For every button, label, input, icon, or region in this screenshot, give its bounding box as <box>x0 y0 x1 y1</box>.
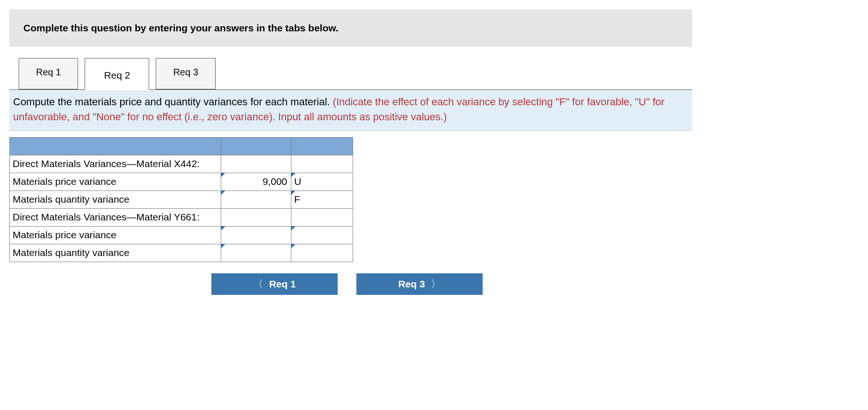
table-header-row <box>10 137 353 155</box>
chevron-left-icon: 〈 <box>253 277 263 291</box>
header-cell-label <box>10 137 221 155</box>
table-row: Direct Materials Variances—Material X442… <box>10 155 353 173</box>
next-button[interactable]: Req 3 〉 <box>356 273 483 295</box>
tab-label: Req 1 <box>36 67 61 77</box>
prompt-panel: Compute the materials price and quantity… <box>9 89 692 131</box>
table-row: Direct Materials Variances—Material Y661… <box>10 208 353 226</box>
quantity-variance-input[interactable] <box>221 244 291 262</box>
tab-label: Req 3 <box>173 67 198 77</box>
prompt-main: Compute the materials price and quantity… <box>13 96 333 108</box>
tab-req-2[interactable]: Req 2 <box>85 58 149 90</box>
instruction-text: Complete this question by entering your … <box>23 22 339 33</box>
table-row: Materials quantity variance <box>10 244 353 262</box>
prev-button-label: Req 1 <box>269 278 296 290</box>
prev-button[interactable]: 〈 Req 1 <box>211 273 338 295</box>
variance-table: Direct Materials Variances—Material X442… <box>9 137 353 262</box>
table-row: Materials quantity variance F <box>10 190 353 208</box>
table-row: Materials price variance <box>10 226 353 244</box>
price-variance-effect-select[interactable]: U <box>291 173 353 190</box>
header-cell-value <box>221 137 291 155</box>
row-label: Materials quantity variance <box>10 244 221 262</box>
row-label: Materials price variance <box>10 173 221 190</box>
row-value <box>221 155 291 173</box>
quantity-variance-effect-select[interactable] <box>291 244 353 262</box>
price-variance-input[interactable]: 9,000 <box>221 173 291 190</box>
tab-req-3[interactable]: Req 3 <box>156 58 215 89</box>
tabs-row: Req 1 Req 2 Req 3 <box>19 58 692 89</box>
price-variance-input[interactable] <box>221 226 291 244</box>
chevron-right-icon: 〉 <box>431 277 441 291</box>
price-variance-effect-select[interactable] <box>291 226 353 244</box>
row-effect <box>291 208 353 226</box>
tab-label: Req 2 <box>104 70 130 81</box>
header-cell-effect <box>291 137 353 155</box>
row-label: Direct Materials Variances—Material Y661… <box>10 208 221 226</box>
instruction-banner: Complete this question by entering your … <box>9 9 692 47</box>
table-row: Materials price variance 9,000 U <box>10 173 353 190</box>
quantity-variance-effect-select[interactable]: F <box>291 190 353 208</box>
row-label: Materials price variance <box>10 226 221 244</box>
next-button-label: Req 3 <box>398 278 425 290</box>
row-label: Direct Materials Variances—Material X442… <box>10 155 221 173</box>
tab-req-1[interactable]: Req 1 <box>19 58 78 89</box>
row-effect <box>291 155 353 173</box>
row-label: Materials quantity variance <box>10 190 221 208</box>
nav-buttons: 〈 Req 1 Req 3 〉 <box>211 273 692 295</box>
quantity-variance-input[interactable] <box>221 190 291 208</box>
row-value <box>221 208 291 226</box>
